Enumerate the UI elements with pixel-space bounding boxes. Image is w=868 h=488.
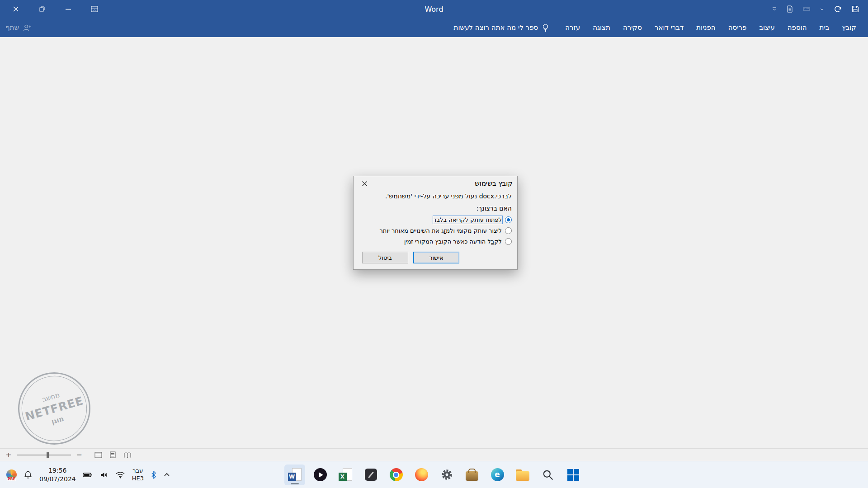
briefcase-icon	[466, 471, 478, 481]
taskbar-dark-app-button[interactable]	[360, 465, 381, 485]
search-icon	[542, 469, 554, 481]
tab-view[interactable]: תצוגה	[586, 18, 617, 37]
restore-button[interactable]	[37, 4, 47, 14]
close-icon	[362, 181, 368, 187]
notifications-button[interactable]	[24, 470, 33, 479]
netfree-stamp-ring: מחשב NETFREE מוגן	[9, 364, 99, 453]
system-tray: PRE 19:56 09/07/2024 עבר HE3	[0, 461, 170, 488]
save-button[interactable]	[852, 5, 859, 13]
ribbon-display-options-icon	[91, 6, 98, 12]
taskbar-word-button[interactable]: W	[284, 465, 305, 485]
disabled-tool-button[interactable]	[803, 7, 810, 11]
taskbar-chrome-button[interactable]	[386, 465, 406, 485]
bell-icon	[24, 470, 33, 479]
taskbar-search-button[interactable]	[538, 465, 558, 485]
taskbar-media-player-button[interactable]	[310, 465, 330, 485]
file-in-use-dialog: קובץ בשימוש לברכי.docx נעול מפני עריכה ע…	[353, 176, 518, 270]
radio-local-copy-merge[interactable]	[505, 227, 512, 234]
web-layout-icon	[94, 452, 102, 458]
close-button[interactable]	[11, 4, 21, 14]
view-shortcuts	[94, 451, 132, 458]
wifi-icon	[115, 471, 125, 479]
share-person-icon	[23, 24, 32, 32]
time: 19:56	[39, 466, 76, 474]
share-button[interactable]: שתף	[5, 23, 32, 32]
pre-widget-button[interactable]: PRE	[6, 469, 17, 480]
tab-help[interactable]: עזרה	[559, 18, 586, 37]
taskbar-file-explorer-button[interactable]	[512, 465, 533, 485]
taskbar-apps: W X e	[284, 461, 584, 488]
dialog-prompt: האם ברצונך:	[359, 205, 512, 212]
watermark-bottom-text: מוגן	[50, 414, 65, 426]
pre-badge: PRE	[7, 477, 16, 481]
clock[interactable]: 19:56 09/07/2024	[39, 466, 76, 483]
tab-layout[interactable]: פריסה	[722, 18, 753, 37]
document-tool-button[interactable]	[787, 5, 793, 13]
ribbon-tab-bar: קובץביתהוספהעיצובפריסההפניותדברי דוארסקי…	[0, 18, 868, 37]
ribbon-display-options-button[interactable]	[90, 4, 99, 14]
customize-toolbar-button[interactable]	[772, 7, 777, 11]
quick-access-toolbar	[772, 5, 868, 13]
edge-icon: e	[491, 468, 504, 481]
show-hidden-icons-button[interactable]	[164, 473, 170, 477]
tab-references[interactable]: הפניות	[690, 18, 722, 37]
excel-icon: X	[339, 468, 353, 482]
taskbar-settings-button[interactable]	[436, 465, 457, 485]
wifi-button[interactable]	[115, 471, 125, 479]
speaker-icon	[99, 471, 108, 479]
disabled-tool-icon	[803, 7, 810, 11]
taskbar-excel-button[interactable]: X	[335, 465, 356, 485]
radio-open-readonly[interactable]	[505, 216, 512, 223]
close-icon	[13, 6, 19, 12]
save-icon	[852, 5, 859, 13]
print-layout-button[interactable]	[110, 451, 116, 458]
option-local-copy-merge-label: ליצור עותק מקומי ולמזג את השינויים מאוחר…	[380, 227, 502, 234]
dialog-close-button[interactable]	[358, 178, 371, 189]
ok-button[interactable]: אישור	[413, 252, 459, 263]
word-window: Word קובץביתהוספהעיצובפריסההפניותדברי	[0, 0, 868, 488]
document-area: קובץ בשימוש לברכי.docx נעול מפני עריכה ע…	[0, 37, 868, 448]
window-controls	[0, 4, 99, 14]
document-icon	[787, 5, 793, 13]
zoom-slider[interactable]	[17, 455, 71, 455]
watermark-top-text: מחשב	[41, 390, 61, 403]
bluetooth-button[interactable]	[151, 470, 157, 479]
zoom-out-button[interactable]: −	[75, 451, 83, 459]
dialog-titlebar: קובץ בשימוש	[354, 176, 517, 191]
dark-app-icon	[365, 469, 377, 481]
chrome-icon	[390, 468, 403, 481]
option-notify-when-available[interactable]: לקבל הודעה כאשר הקובץ המקורי זמין	[359, 236, 512, 247]
zoom-slider-thumb[interactable]	[47, 452, 49, 458]
language-indicator[interactable]: עבר HE3	[132, 467, 144, 482]
restore-icon	[39, 6, 45, 12]
volume-button[interactable]	[99, 471, 108, 479]
zoom-in-button[interactable]: +	[5, 451, 13, 459]
tab-design[interactable]: עיצוב	[753, 18, 781, 37]
chevron-down-icon	[820, 8, 824, 10]
watermark-brand-text: NETFREE	[24, 394, 85, 423]
firefox-icon	[415, 468, 428, 481]
cancel-button[interactable]: ביטול	[362, 252, 408, 263]
dialog-title: קובץ בשימוש	[475, 179, 513, 188]
taskbar-firefox-button[interactable]	[411, 465, 432, 485]
taskbar-start-button[interactable]	[563, 465, 584, 485]
tab-insert[interactable]: הוספה	[781, 18, 813, 37]
tab-mailings[interactable]: דברי דואר	[648, 18, 690, 37]
minimize-button[interactable]	[63, 4, 73, 14]
read-mode-button[interactable]	[123, 452, 132, 458]
redo-button[interactable]	[834, 6, 842, 13]
option-open-readonly[interactable]: לפתוח עותק לקריאה בלבד	[359, 214, 512, 225]
option-local-copy-merge[interactable]: ליצור עותק מקומי ולמזג את השינויים מאוחר…	[359, 225, 512, 236]
web-layout-button[interactable]	[94, 452, 102, 458]
tab-review[interactable]: סקירה	[617, 18, 648, 37]
qat-dropdown-button[interactable]	[820, 8, 824, 10]
battery-button[interactable]	[83, 471, 93, 479]
tab-file[interactable]: קובץ	[836, 18, 863, 37]
word-icon: W	[288, 468, 302, 482]
taskbar-edge-button[interactable]: e	[487, 465, 508, 485]
tab-home[interactable]: בית	[813, 18, 836, 37]
radio-notify-when-available[interactable]	[505, 238, 512, 245]
tell-me-box[interactable]: ספר לי מה אתה רוצה לעשות	[454, 23, 549, 32]
date: 09/07/2024	[39, 475, 76, 483]
taskbar-briefcase-button[interactable]	[462, 465, 482, 485]
